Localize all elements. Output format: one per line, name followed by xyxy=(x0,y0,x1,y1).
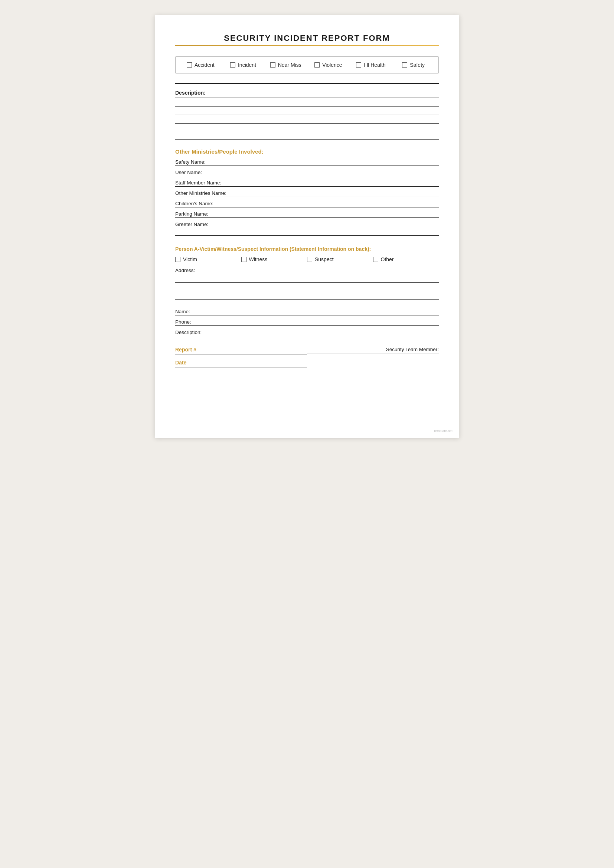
other-ministries-name-label: Other Ministries Name: xyxy=(175,191,226,196)
safety-name-label: Safety Name: xyxy=(175,159,206,165)
safety-label: Safety xyxy=(410,62,425,68)
incident-checkbox[interactable] xyxy=(230,62,236,68)
security-team-line xyxy=(307,353,439,354)
section-separator-top xyxy=(175,83,439,84)
description-field-row: Description: xyxy=(175,90,439,98)
address-line-3 xyxy=(175,299,439,300)
other-ministries-name-field: Other Ministries Name: xyxy=(175,191,439,197)
violence-checkbox[interactable] xyxy=(315,62,319,68)
name-field-row: Name: xyxy=(175,309,439,315)
incident-type-near-miss[interactable]: Near Miss xyxy=(264,62,307,68)
greeter-name-field: Greeter Name: xyxy=(175,222,439,228)
incident-type-safety[interactable]: Safety xyxy=(392,62,435,68)
person-role-row: Victim Witness Suspect Other xyxy=(175,256,439,262)
incident-type-accident[interactable]: Accident xyxy=(179,62,222,68)
violence-label: Violence xyxy=(322,62,342,68)
witness-checkbox[interactable] xyxy=(241,257,247,262)
parking-name-label: Parking Name: xyxy=(175,211,208,217)
greeter-name-label: Greeter Name: xyxy=(175,222,208,227)
witness-item[interactable]: Witness xyxy=(241,256,307,262)
accident-label: Accident xyxy=(194,62,215,68)
section-separator-ministries xyxy=(175,235,439,236)
report-number-line xyxy=(175,354,307,354)
watermark: Template.net xyxy=(433,429,453,433)
person-section-title: Person A-Victim/Witness/Suspect Informat… xyxy=(175,246,439,252)
address-label: Address: xyxy=(175,268,195,273)
incident-type-ill-health[interactable]: I ll Health xyxy=(350,62,392,68)
date-label: Date xyxy=(175,360,307,366)
description-line-1 xyxy=(175,106,439,107)
suspect-item[interactable]: Suspect xyxy=(307,256,373,262)
address-field-row: Address: xyxy=(175,268,439,274)
incident-type-violence[interactable]: Violence xyxy=(307,62,350,68)
other-checkbox[interactable] xyxy=(373,257,378,262)
incident-types-box: Accident Incident Near Miss Violence I l… xyxy=(175,56,439,73)
childrens-name-field: Children's Name: xyxy=(175,201,439,208)
section-separator-desc xyxy=(175,139,439,140)
suspect-label: Suspect xyxy=(315,256,334,262)
phone-field-row: Phone: xyxy=(175,319,439,326)
user-name-field: User Name: xyxy=(175,170,439,176)
other-label: Other xyxy=(381,256,394,262)
user-name-label: User Name: xyxy=(175,170,202,175)
address-line-2 xyxy=(175,291,439,291)
footer-right: Security Team Member: xyxy=(307,347,439,354)
ill-health-label: I ll Health xyxy=(364,62,385,68)
description-line-3 xyxy=(175,123,439,124)
address-line-1 xyxy=(175,282,439,283)
parking-name-field: Parking Name: xyxy=(175,211,439,218)
name-field-label: Name: xyxy=(175,309,209,314)
description-label: Description: xyxy=(175,90,206,97)
victim-checkbox[interactable] xyxy=(175,257,180,262)
incident-type-incident[interactable]: Incident xyxy=(222,62,265,68)
staff-member-name-label: Staff Member Name: xyxy=(175,180,221,186)
safety-checkbox[interactable] xyxy=(402,62,407,68)
description-line-4 xyxy=(175,132,439,132)
victim-label: Victim xyxy=(183,256,197,262)
near-miss-checkbox[interactable] xyxy=(270,62,276,68)
form-title: SECURITY INCIDENT REPORT FORM xyxy=(175,33,439,43)
victim-item[interactable]: Victim xyxy=(175,256,241,262)
accident-checkbox[interactable] xyxy=(187,62,192,68)
ill-health-checkbox[interactable] xyxy=(356,62,361,68)
suspect-checkbox[interactable] xyxy=(307,257,312,262)
childrens-name-label: Children's Name: xyxy=(175,201,214,206)
footer-area: Report # Date Security Team Member: xyxy=(175,347,439,367)
phone-field-label: Phone: xyxy=(175,319,209,325)
safety-name-field: Safety Name: xyxy=(175,159,439,166)
other-ministries-heading: Other Ministries/People Involved: xyxy=(175,149,439,155)
staff-member-name-field: Staff Member Name: xyxy=(175,180,439,187)
description-field-row-2: Description: xyxy=(175,330,439,336)
incident-label: Incident xyxy=(238,62,256,68)
title-underline xyxy=(175,45,439,46)
other-item[interactable]: Other xyxy=(373,256,439,262)
witness-label: Witness xyxy=(249,256,268,262)
description-field-label-2: Description: xyxy=(175,330,209,335)
form-page: SECURITY INCIDENT REPORT FORM Accident I… xyxy=(155,15,459,438)
report-number-label: Report # xyxy=(175,347,307,353)
description-line-2 xyxy=(175,115,439,115)
near-miss-label: Near Miss xyxy=(278,62,301,68)
date-line xyxy=(175,367,307,367)
footer-left: Report # Date xyxy=(175,347,307,367)
security-team-label: Security Team Member: xyxy=(307,347,439,352)
bottom-fields: Name: Phone: Description: xyxy=(175,309,439,336)
